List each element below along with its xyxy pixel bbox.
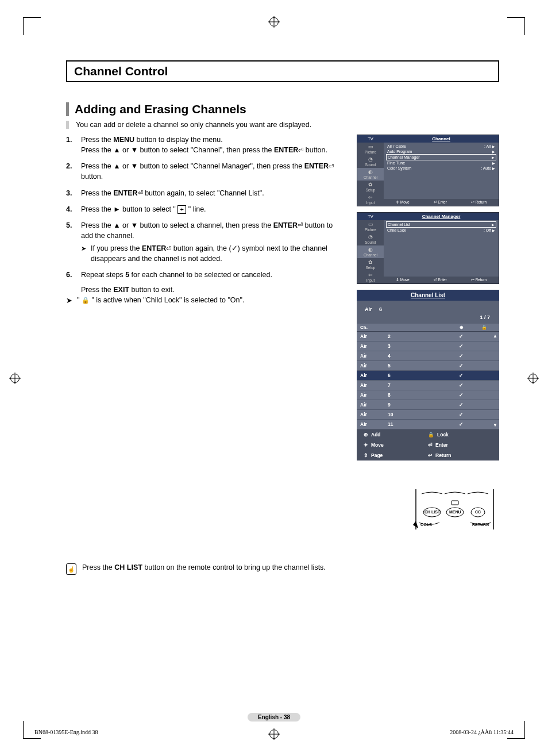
step-text: Repeat steps 5 for each channel to be se… — [81, 270, 272, 280]
osd-tab: ▭Picture — [357, 143, 384, 155]
chlist-row: Air4✓ — [357, 351, 499, 361]
chlist-page: 1 / 7 — [480, 314, 490, 320]
osd-item: Color System: Auto ▶ — [386, 166, 496, 171]
chlist-foot-row: ⊕Add🔒Lock — [357, 429, 499, 440]
chlist-row: Air10✓ — [357, 410, 499, 420]
note-arrow-icon: ➤ — [66, 296, 72, 305]
remote-tip-icon: ☝ — [66, 563, 76, 575]
remote-menu-button: MENU — [449, 510, 461, 514]
osd-tab: ◔Sound — [357, 233, 384, 245]
osd-tab: ◔Sound — [357, 155, 384, 168]
chlist-col-ch: Ch. — [360, 325, 388, 330]
osd-tab: ⇦Input — [357, 271, 384, 283]
osd-item: Channel List ▶ — [386, 221, 496, 228]
osd-item: Auto Program ▶ — [386, 149, 496, 154]
chlist-tip-text: Press the CH LIST button on the remote c… — [82, 563, 326, 571]
svg-rect-2 — [451, 501, 458, 505]
chlist-foot-row: ⇕Page↩Return — [357, 450, 499, 460]
osd-item: Fine Tune ▶ — [386, 160, 496, 166]
chlist-row: Air9✓ — [357, 400, 499, 410]
osd-channel-manager: TV ▭Picture◔Sound◐Channel✿Setup⇦Input Ch… — [357, 212, 499, 284]
step-number: 4. — [66, 204, 75, 214]
section-title: Channel Control — [66, 60, 499, 82]
step-number: 5. — [66, 220, 75, 264]
step-text: Press the ► button to select " + " line. — [81, 204, 206, 214]
osd-channel-menu: TV ▭Picture◔Sound◐Channel✿Setup⇦Input Ch… — [357, 135, 499, 206]
osd-tab: ✿Setup — [357, 258, 384, 271]
scroll-down-icon: ▼ — [493, 423, 497, 428]
chlist-row: Air7✓ — [357, 381, 499, 390]
remote-chlist-button: CH LIST — [424, 510, 440, 514]
lock-note: " 🔒 " is active when "Child Lock" is sel… — [77, 296, 244, 305]
osd-tab: ⇦Input — [357, 193, 384, 206]
remote-return-label: RETURN — [472, 523, 489, 527]
chlist-title: Channel List — [357, 290, 499, 301]
osd-tab: ◐Channel — [357, 245, 384, 258]
chlist-row: Air11✓ — [357, 420, 499, 429]
remote-tools-label: OOLS — [420, 523, 432, 527]
osd-foot-item: ↩ Return — [471, 278, 487, 282]
steps-list: 1.Press the MENU button to display the m… — [66, 135, 345, 280]
osd1-title: Channel — [384, 135, 499, 143]
step-text: Press the ▲ or ▼ button to select a chan… — [81, 220, 345, 241]
intro-text: You can add or delete a channel so only … — [66, 121, 499, 129]
osd-item: Child Lock: Off ▶ — [386, 228, 496, 233]
sub-text: If you press the ENTER⏎ button again, th… — [91, 243, 345, 264]
osd-foot-item: ⇕ Move — [396, 278, 410, 282]
step-text: Press the MENU button to display the men… — [81, 135, 327, 145]
step-number: 6. — [66, 270, 75, 280]
exit-line: Press the EXIT button to exit. — [81, 286, 345, 294]
osd2-tv-label: TV — [357, 213, 384, 220]
chlist-row: Air2✓ — [357, 332, 499, 341]
osd-tab: ◐Channel — [357, 168, 384, 181]
osd2-title: Channel Manager — [384, 213, 499, 220]
chlist-row: Air3✓ — [357, 341, 499, 351]
step-text: Press the ▲ or ▼ button to select "Chann… — [81, 145, 327, 155]
chlist-row: Air8✓ — [357, 390, 499, 400]
osd-tab: ▭Picture — [357, 220, 384, 233]
step-number: 2. — [66, 161, 75, 182]
remote-cc-button: CC — [475, 510, 481, 514]
chlist-row: Air6✓ — [357, 371, 499, 381]
page-number: English - 38 — [248, 713, 300, 722]
step-number: 1. — [66, 135, 75, 155]
chlist-foot-row: ✦Move⏎Enter — [357, 440, 499, 450]
step-text: Press the ENTER⏎ button again, to select… — [81, 188, 264, 198]
sub-arrow-icon: ➤ — [81, 243, 86, 264]
osd-item: Channel Manager ▶ — [386, 154, 496, 160]
plus-column-icon: ⊕ — [450, 325, 473, 330]
chlist-current: Air 6 — [362, 305, 493, 313]
lock-column-icon: 🔒 — [473, 325, 496, 330]
print-foot-right: 2008-03-24 ¿ÀÀü 11:35:44 — [450, 729, 514, 735]
osd-foot-item: ⏎ Enter — [434, 200, 447, 205]
print-foot-left: BN68-01395E-Eng.indd 38 — [34, 729, 98, 735]
step-text: Press the ▲ or ▼ button to select "Chann… — [81, 161, 345, 182]
osd-foot-item: ⏎ Enter — [434, 278, 447, 282]
channel-list-osd: Channel List Air 6 1 / 7 Ch. ⊕ 🔒 ▲ ▼ Air… — [357, 290, 499, 460]
osd-tab: ✿Setup — [357, 181, 384, 193]
osd-item: Air / Cable: Air ▶ — [386, 144, 496, 149]
osd-foot-item: ⇕ Move — [396, 200, 410, 205]
step-number: 3. — [66, 188, 75, 198]
scroll-up-icon: ▲ — [493, 333, 497, 339]
remote-control-diagram: CH LIST MENU CC OOLS RETURN — [410, 489, 499, 529]
subsection-title: Adding and Erasing Channels — [66, 102, 499, 116]
chlist-row: Air5✓ — [357, 361, 499, 371]
osd1-tv-label: TV — [357, 135, 384, 143]
osd-foot-item: ↩ Return — [471, 200, 487, 205]
